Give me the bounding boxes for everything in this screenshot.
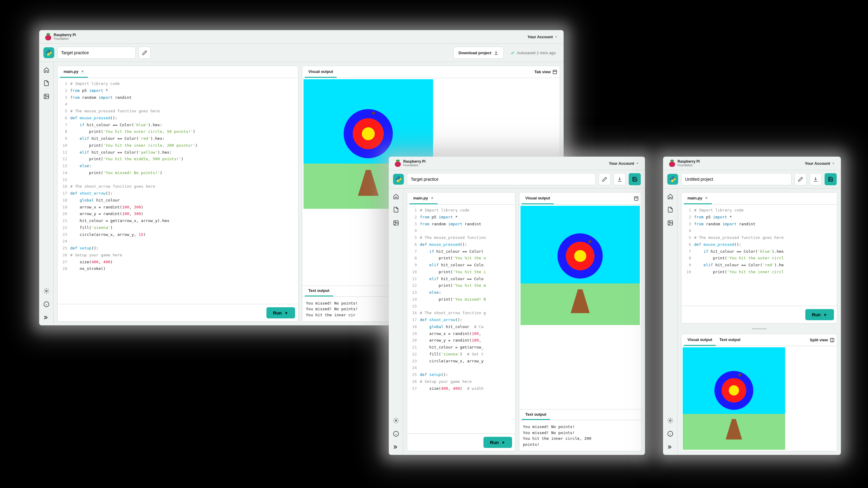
visual-output: [519, 204, 641, 409]
tab-visual-output[interactable]: Visual output: [305, 66, 337, 78]
settings-icon[interactable]: [43, 288, 50, 294]
account-menu[interactable]: Your Account: [609, 161, 639, 166]
project-name-field[interactable]: [407, 173, 595, 185]
output-tabs: Visual output: [519, 193, 641, 204]
project-name-input[interactable]: [685, 177, 787, 182]
tab-label: Visual output: [525, 196, 550, 200]
text-output-section: Text output You missed! No points! You m…: [519, 409, 641, 451]
split-view-toggle[interactable]: Split view: [810, 338, 835, 343]
output-panel: Visual output Text output Split view: [681, 334, 837, 451]
brand-line1: Raspberry Pi: [678, 160, 700, 164]
target-canvas: [683, 347, 785, 450]
download-label: Download project: [458, 51, 491, 55]
run-wrap: Run: [58, 304, 298, 321]
account-label: Your Account: [609, 161, 634, 166]
settings-icon[interactable]: [667, 418, 673, 424]
expand-icon[interactable]: [43, 315, 50, 321]
layout-toggle[interactable]: [634, 196, 639, 201]
tab-label: Visual output: [308, 69, 333, 74]
brand: Raspberry Pi Foundation: [669, 160, 700, 167]
text-output-body: You missed! No points! You missed! No po…: [519, 420, 641, 451]
home-icon[interactable]: [43, 67, 50, 73]
resize-handle[interactable]: [681, 327, 837, 330]
project-name-field[interactable]: [681, 173, 792, 185]
account-menu[interactable]: Your Account: [805, 161, 835, 166]
body: main.py 1# Import library code2from p5 i…: [389, 189, 645, 455]
image-icon[interactable]: [393, 220, 399, 226]
python-icon: [43, 47, 54, 58]
file-icon[interactable]: [667, 207, 673, 213]
edit-name-button[interactable]: [795, 173, 807, 185]
expand-icon[interactable]: [393, 444, 399, 450]
editor-panel: main.py 1# Import library code2from p5 i…: [407, 192, 516, 451]
info-icon[interactable]: [43, 301, 50, 307]
run-button[interactable]: Run: [805, 309, 834, 320]
edit-name-button[interactable]: [598, 173, 611, 185]
tab-label: main.py: [687, 196, 702, 200]
close-icon[interactable]: [705, 196, 708, 200]
layout-icon: [553, 70, 557, 74]
layout-icon: [634, 196, 639, 201]
editor-panel: main.py 1# Import library code2from p5 i…: [681, 192, 837, 324]
svg-rect-4: [553, 70, 557, 74]
svg-point-1: [45, 95, 46, 96]
expand-icon[interactable]: [667, 444, 673, 450]
info-icon[interactable]: [667, 431, 673, 437]
brand-line2: Foundation: [54, 37, 76, 40]
tab-main-py[interactable]: main.py: [60, 66, 88, 78]
tab-main-py[interactable]: main.py: [684, 193, 712, 204]
body: main.py 1# Import library code2from p5 i…: [663, 189, 841, 455]
save-button[interactable]: [629, 173, 641, 185]
editor-window-small: Raspberry Pi Foundation Your Account: [663, 157, 841, 455]
image-icon[interactable]: [43, 93, 50, 99]
close-icon[interactable]: [430, 196, 434, 200]
python-icon: [667, 174, 678, 185]
code-editor[interactable]: 1# Import library code2from p5 import *3…: [58, 78, 298, 304]
project-name-input[interactable]: [61, 50, 132, 55]
info-icon[interactable]: [393, 431, 399, 437]
download-project-button[interactable]: Download project: [453, 47, 504, 59]
tab-text-output[interactable]: Text output: [716, 334, 744, 346]
home-icon[interactable]: [393, 193, 399, 199]
visual-output: [681, 346, 837, 451]
download-button[interactable]: [614, 173, 626, 185]
topbar: Raspberry Pi Foundation Your Account: [663, 157, 841, 170]
run-button[interactable]: Run: [267, 307, 295, 318]
account-label: Your Account: [527, 35, 553, 39]
split-icon: [830, 338, 835, 343]
tab-text-output[interactable]: Text output: [522, 410, 550, 420]
project-name-input[interactable]: [411, 177, 592, 182]
download-button[interactable]: [809, 173, 822, 185]
tab-main-py[interactable]: main.py: [410, 193, 438, 204]
ring-yellow: [362, 127, 375, 140]
brand: Raspberry Pi Foundation: [45, 33, 76, 40]
close-icon[interactable]: [81, 70, 84, 73]
run-label: Run: [812, 312, 821, 317]
arrow-dot: [738, 373, 741, 377]
edit-name-button[interactable]: [138, 47, 151, 59]
svg-point-12: [670, 420, 671, 421]
run-wrap: Run: [407, 433, 515, 451]
tab-visual-output[interactable]: Visual output: [684, 334, 716, 346]
sidebar: [663, 189, 678, 455]
brand-text: Raspberry Pi Foundation: [403, 160, 426, 167]
code-editor[interactable]: 1# Import library code2from p5 import *3…: [681, 204, 837, 306]
tab-label: Text output: [308, 288, 330, 293]
tab-visual-output[interactable]: Visual output: [522, 193, 554, 204]
file-icon[interactable]: [393, 207, 399, 213]
settings-icon[interactable]: [393, 418, 399, 424]
run-button[interactable]: Run: [484, 437, 512, 448]
tab-text-output[interactable]: Text output: [305, 286, 333, 296]
home-icon[interactable]: [667, 193, 673, 199]
editor-tabs: main.py: [407, 193, 515, 204]
tab-view-toggle[interactable]: Tab view: [534, 70, 557, 74]
account-menu[interactable]: Your Account: [527, 35, 558, 39]
code-editor[interactable]: 1# Import library code2from p5 import *3…: [407, 204, 515, 433]
project-name-field[interactable]: [57, 47, 135, 59]
ring-yellow: [574, 250, 586, 262]
sidebar: [389, 189, 403, 455]
file-icon[interactable]: [43, 80, 50, 86]
image-icon[interactable]: [667, 220, 673, 226]
textout-tabs: Text output: [519, 410, 641, 420]
save-button[interactable]: [825, 173, 837, 185]
